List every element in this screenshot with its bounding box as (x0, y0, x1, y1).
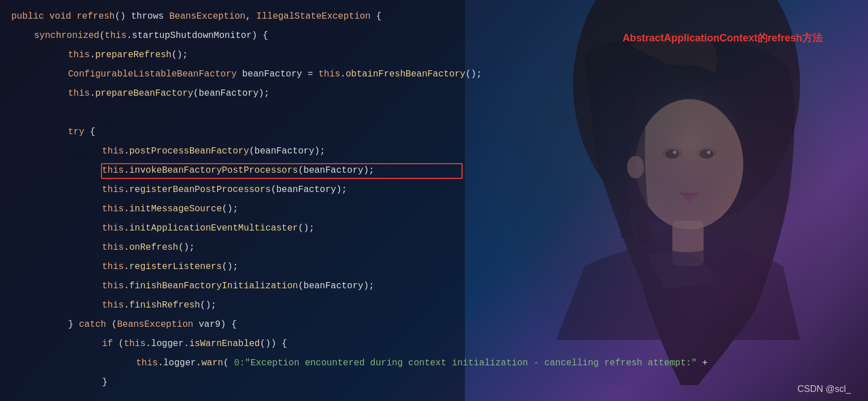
this-13: this (102, 296, 124, 315)
code-line-try: try { (0, 122, 868, 142)
punc-9: . (340, 65, 346, 84)
type-illegal: IllegalStateException (256, 7, 371, 26)
code-line-18: if (this.logger.isWarnEnabled()) { (0, 334, 868, 353)
annotation-label: AbstractApplicationContext的refresh方法 (623, 31, 823, 45)
str-exception: "Exception encountered during context in… (245, 353, 697, 373)
punc-17: . (124, 180, 129, 199)
code-line-16: this.finishRefresh(); (0, 296, 868, 315)
code-line-8: this.postProcessBeanFactory(beanFactory)… (0, 142, 868, 161)
method-warn: warn (201, 353, 223, 373)
this-11: this (102, 257, 124, 276)
this-8: this (102, 199, 124, 219)
punc-13: . (124, 142, 129, 161)
punc-34: ( (113, 334, 124, 353)
punc-35: .logger. (146, 334, 189, 353)
str-index: 0: (234, 353, 245, 373)
punc-28: (beanFactory); (298, 276, 374, 296)
this-7: this (102, 180, 124, 199)
kw-if: if (102, 334, 113, 353)
punc-24: (); (178, 238, 194, 257)
method-initMsg: initMessageSource (129, 199, 222, 219)
fn-refresh: refresh (77, 7, 115, 26)
punc-12: (beanFactory); (193, 84, 269, 103)
punc-5: .startupShutdownMonitor) { (126, 26, 268, 45)
code-line-empty-1 (0, 103, 868, 122)
this-1: this (105, 26, 126, 45)
this-3: this (319, 65, 340, 84)
punc-29: . (124, 296, 129, 315)
punc-19: . (124, 199, 129, 219)
code-line-catch: } catch (BeansException var9) { (0, 315, 868, 334)
code-line-9: this.invokeBeanFactoryPostProcessors(bea… (0, 161, 868, 180)
kw-catch: catch (79, 315, 106, 334)
method-finish: finishBeanFactoryInitialization (129, 276, 298, 296)
code-line-10: this.registerBeanPostProcessors(beanFact… (0, 180, 868, 199)
punc-8: beanFactory = (237, 65, 319, 84)
punc-20: (); (222, 199, 238, 219)
method-register: registerBeanPostProcessors (129, 180, 271, 199)
punc-2: , (245, 7, 256, 26)
method-initEvent: initApplicationEventMulticaster (129, 219, 298, 238)
code-line-19: this.logger.warn( 0:"Exception encounter… (0, 353, 868, 373)
kw-synchronized: synchronized (34, 26, 99, 45)
type-beans: BeansException (169, 7, 245, 26)
punc-10: (); (465, 65, 482, 84)
code-line-14: this.registerListeners(); (0, 257, 868, 276)
punc-26: (); (222, 257, 238, 276)
type-beansex: BeansException (117, 315, 193, 334)
punc-3: { (371, 7, 382, 26)
this-14: this (124, 334, 145, 353)
this-9: this (102, 219, 124, 238)
this-10: this (102, 238, 124, 257)
this-2: this (68, 45, 90, 65)
method-onRefresh: onRefresh (129, 238, 178, 257)
punc-4: ( (99, 26, 105, 45)
method-postProcess: postProcessBeanFactory (129, 142, 249, 161)
punc-22: (); (298, 219, 315, 238)
punc-23: . (124, 238, 129, 257)
punc-33: var9) { (193, 315, 237, 334)
method-regListeners: registerListeners (129, 257, 222, 276)
type-config: ConfigurableListableBeanFactory (68, 65, 237, 84)
punc-31: } (68, 315, 79, 334)
punc-1: () throws (115, 7, 169, 26)
punc-15: . (124, 161, 129, 180)
method-finishRefresh: finishRefresh (129, 296, 200, 315)
code-line-empty-2 (0, 392, 868, 401)
code-line-12: this.initApplicationEventMulticaster(); (0, 219, 868, 238)
punc-7: (); (171, 45, 188, 65)
punc-32: ( (106, 315, 117, 334)
punc-25: . (124, 257, 129, 276)
method-prepareRefresh: prepareRefresh (95, 45, 171, 65)
code-line-1: public void refresh() throws BeansExcept… (0, 7, 868, 26)
code-line-13: this.onRefresh(); (0, 238, 868, 257)
code-panel: public void refresh() throws BeansExcept… (0, 0, 868, 401)
this-4: this (68, 84, 90, 103)
code-line-15: this.finishBeanFactoryInitialization(bea… (0, 276, 868, 296)
punc-21: . (124, 219, 129, 238)
punc-38: ( (223, 353, 234, 373)
this-6: this (102, 161, 124, 180)
code-line-3: this.prepareRefresh(); (0, 45, 868, 65)
this-5: this (102, 142, 124, 161)
punc-try: { (84, 122, 95, 142)
method-obtain: obtainFreshBeanFactory (346, 65, 465, 84)
punc-16: (beanFactory); (298, 161, 374, 180)
punc-40: } (102, 373, 108, 392)
this-12: this (102, 276, 124, 296)
code-line-20: } (0, 373, 868, 392)
code-line-4: ConfigurableListableBeanFactory beanFact… (0, 65, 868, 84)
punc-18: (beanFactory); (271, 180, 347, 199)
method-prepare: prepareBeanFactory (95, 84, 193, 103)
kw-public: public void (11, 7, 77, 26)
method-isWarn: isWarnEnabled (189, 334, 260, 353)
punc-11: . (90, 84, 95, 103)
code-line-11: this.initMessageSource(); (0, 199, 868, 219)
punc-30: (); (200, 296, 217, 315)
method-invoke: invokeBeanFactoryPostProcessors (129, 161, 298, 180)
punc-27: . (124, 276, 129, 296)
kw-try: try (68, 122, 84, 142)
punc-36: ()) { (260, 334, 287, 353)
punc-14: (beanFactory); (249, 142, 325, 161)
punc-37: .logger. (158, 353, 201, 373)
